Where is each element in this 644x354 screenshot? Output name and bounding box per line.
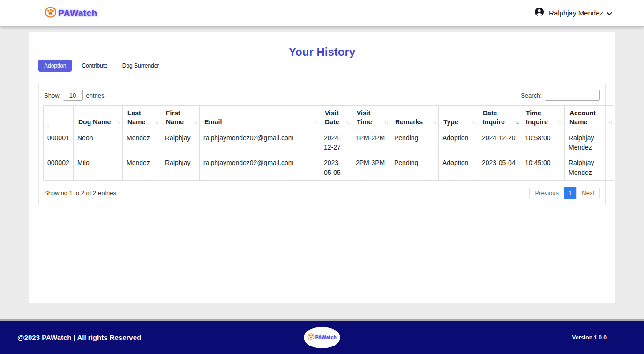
search-label: Search: xyxy=(521,92,542,99)
top-navbar: PAWatch Ralphjay Mendez xyxy=(0,0,644,26)
column-header-type[interactable]: Type↑↓ xyxy=(439,106,478,130)
cell-time-inquire: 10:58:00 xyxy=(521,130,565,155)
history-tabs: Adoption Contribute Dog Surrender xyxy=(38,60,615,72)
next-page-button[interactable]: Next xyxy=(576,187,600,199)
cell-email: ralphjaymendez02@gmail.com xyxy=(200,130,320,155)
page-1-button[interactable]: 1 xyxy=(564,187,577,199)
table-row: 000001NeonMendezRalphjayralphjaymendez02… xyxy=(44,130,614,155)
sort-icon: ↑↓ xyxy=(608,119,612,126)
sort-icon: ↑↓ xyxy=(155,119,158,126)
cell-visit-date: 2024-12-27 xyxy=(320,130,352,155)
column-label: Visit Time xyxy=(357,109,372,126)
entries-label: entries xyxy=(86,92,105,99)
cell-date-inquire: 2023-05-04 xyxy=(478,155,521,181)
tab-dog-surrender[interactable]: Dog Surrender xyxy=(118,60,164,72)
user-menu[interactable]: Ralphjay Mendez xyxy=(534,7,611,19)
column-header-last-name[interactable]: Last Name↑↓ xyxy=(123,106,161,130)
entries-info: Showing 1 to 2 of 2 entries xyxy=(44,189,116,196)
tab-contribute[interactable]: Contribute xyxy=(77,60,112,72)
copyright-text: @2023 PAWatch | All rights Reserved xyxy=(17,333,141,341)
cell-time-inquire: 10:45:00 xyxy=(521,155,565,181)
column-header-dog-name[interactable]: Dog Name↑↓ xyxy=(74,106,123,130)
app-logo-text: PAWatch xyxy=(58,8,97,18)
column-header-visit-date[interactable]: Visit Date↑↓ xyxy=(320,106,352,130)
cell-email: ralphjaymendez02@gmail.com xyxy=(200,155,320,181)
datatable-widget: Show 10 entries Search: ↑↓Dog Name↑↓Last… xyxy=(38,84,606,205)
column-header-id[interactable]: ↑↓ xyxy=(44,106,74,130)
pagination: Previous 1 Next xyxy=(530,187,600,199)
column-header-visit-time[interactable]: Visit Time↑↓ xyxy=(352,106,390,130)
cell-type: Adoption xyxy=(439,130,478,155)
user-avatar-icon xyxy=(534,7,545,19)
table-row: 000002MiloMendezRalphjayralphjaymendez02… xyxy=(44,155,614,181)
column-label: First Name xyxy=(166,109,184,126)
cell-type: Adoption xyxy=(439,155,478,181)
cell-last-name: Mendez xyxy=(123,155,161,181)
history-table: ↑↓Dog Name↑↓Last Name↑↓First Name↑↓Email… xyxy=(43,105,614,181)
sort-icon: ↑↓ xyxy=(193,119,197,126)
previous-page-button[interactable]: Previous xyxy=(529,187,564,199)
paw-icon xyxy=(45,7,57,20)
column-label: Time Inquire xyxy=(526,109,548,126)
footer-logo-text: PAWatch xyxy=(315,335,337,340)
column-label: Account Name xyxy=(569,109,596,126)
cell-remarks: Pending xyxy=(390,155,439,181)
column-label: Last Name xyxy=(127,109,145,126)
cell-visit-date: 2023-05-05 xyxy=(320,155,352,181)
column-label: Visit Date xyxy=(325,109,339,126)
cell-date-inquire: 2024-12-20 xyxy=(478,130,521,155)
main-area: Your History Adoption Contribute Dog Sur… xyxy=(0,26,644,303)
cell-first-name: Ralphjay xyxy=(161,155,200,181)
page-title: Your History xyxy=(29,32,615,59)
cell-dog-name: Milo xyxy=(74,155,123,181)
page-length-control: Show 10 entries xyxy=(44,90,105,101)
paw-icon xyxy=(307,333,315,342)
sort-icon: ↑↓ xyxy=(46,124,49,128)
sort-icon: ↑↓ xyxy=(314,119,317,126)
column-header-date-inquire[interactable]: Date Inquire↑↓ xyxy=(478,106,521,130)
footer-logo: PAWatch xyxy=(304,327,340,348)
cell-visit-time: 1PM-2PM xyxy=(352,130,390,155)
chevron-down-icon xyxy=(607,10,612,15)
sort-icon: ↑↓ xyxy=(116,119,120,126)
table-footer: Showing 1 to 2 of 2 entries Previous 1 N… xyxy=(43,181,601,201)
table-body: 000001NeonMendezRalphjayralphjaymendez02… xyxy=(44,130,614,180)
cell-id: 000001 xyxy=(44,130,74,155)
column-header-account-name[interactable]: Account Name↑↓ xyxy=(565,106,614,130)
column-header-first-name[interactable]: First Name↑↓ xyxy=(161,106,200,130)
history-card: Your History Adoption Contribute Dog Sur… xyxy=(29,32,615,303)
search-input[interactable] xyxy=(545,90,600,101)
sort-icon: ↑↓ xyxy=(432,119,436,126)
cell-account-name: Ralphjay Mendez xyxy=(565,155,614,181)
sort-icon: ↑↓ xyxy=(472,119,475,126)
sort-icon: ↑↓ xyxy=(558,119,562,126)
cell-account-name: Ralphjay Mendez xyxy=(565,130,614,155)
version-text: Version 1.0.0 xyxy=(572,334,607,341)
column-label: Email xyxy=(204,118,222,126)
app-logo[interactable]: PAWatch xyxy=(45,7,97,20)
column-header-email[interactable]: Email↑↓ xyxy=(200,106,320,130)
show-label: Show xyxy=(44,92,60,99)
table-header-row: ↑↓Dog Name↑↓Last Name↑↓First Name↑↓Email… xyxy=(44,106,614,130)
column-header-remarks[interactable]: Remarks↑↓ xyxy=(390,106,439,130)
cell-remarks: Pending xyxy=(390,130,439,155)
cell-first-name: Ralphjay xyxy=(161,130,200,155)
cell-last-name: Mendez xyxy=(123,130,161,155)
column-header-time-inquire[interactable]: Time Inquire↑↓ xyxy=(521,106,565,130)
tab-adoption[interactable]: Adoption xyxy=(38,60,72,72)
column-label: Remarks xyxy=(395,118,423,126)
entries-select[interactable]: 10 xyxy=(63,90,83,101)
cell-dog-name: Neon xyxy=(74,130,123,155)
column-label: Type xyxy=(443,118,458,126)
cell-id: 000002 xyxy=(44,155,74,181)
cell-visit-time: 2PM-3PM xyxy=(352,155,390,181)
user-name: Ralphjay Mendez xyxy=(549,9,603,17)
search-control: Search: xyxy=(521,90,600,101)
table-controls: Show 10 entries Search: xyxy=(43,89,601,105)
column-label: Dog Name xyxy=(78,118,111,126)
column-label: Date Inquire xyxy=(483,109,505,126)
sort-icon: ↑↓ xyxy=(515,119,518,126)
page-footer: @2023 PAWatch | All rights Reserved PAWa… xyxy=(0,319,644,354)
sort-icon: ↑↓ xyxy=(345,119,349,126)
sort-icon: ↑↓ xyxy=(384,119,388,126)
